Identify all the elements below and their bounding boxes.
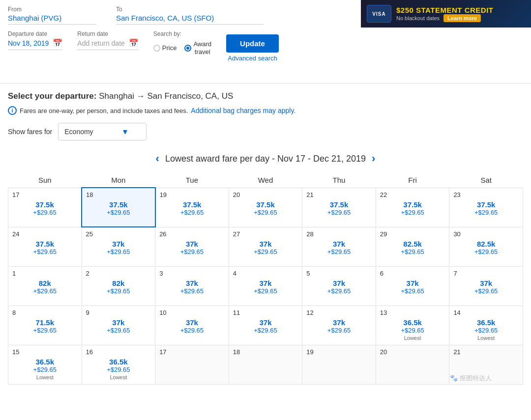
day-number: 14 [453, 309, 519, 316]
table-row[interactable]: 11 37k +$29.65 [229, 306, 302, 345]
lowest-label: Lowest [453, 335, 519, 341]
fare-points: 37k [233, 279, 298, 287]
fare-cash: +$29.65 [86, 287, 151, 295]
day-number: 21 [453, 348, 519, 356]
calendar-day-header: Wed [229, 173, 302, 188]
watermark-text: 🐾 抠图特达人 [450, 374, 492, 383]
day-number: 30 [453, 230, 519, 238]
table-row[interactable]: 9 37k +$29.65 [82, 306, 155, 345]
award-radio[interactable]: Award travel [184, 40, 211, 56]
departure-calendar-icon[interactable]: 📅 [53, 38, 62, 48]
day-number: 15 [12, 348, 78, 356]
fares-info-text: Fares are one-way, per person, and inclu… [20, 107, 188, 114]
table-row[interactable]: 13 36.5k +$29.65 Lowest [376, 306, 449, 345]
table-row[interactable]: 2 82k +$29.65 [82, 266, 155, 306]
fare-points: 36.5k [380, 318, 445, 327]
table-row[interactable]: 29 82.5k +$29.65 [376, 227, 449, 266]
fare-cash: +$29.65 [159, 327, 225, 334]
fares-for-label: Show fares for [8, 128, 52, 136]
table-row[interactable]: 12 37k +$29.65 [302, 306, 376, 345]
table-row[interactable]: 6 37k +$29.65 [376, 266, 449, 306]
fare-points: 37k [306, 318, 372, 327]
day-number: 16 [86, 348, 151, 356]
departure-input-row: Nov 18, 2019 📅 [8, 38, 62, 50]
table-row[interactable]: 8 71.5k +$29.65 [8, 306, 82, 345]
calendar-title-row: ‹ Lowest award fare per day - Nov 17 - D… [8, 152, 523, 165]
return-calendar-icon[interactable]: 📅 [129, 38, 139, 48]
table-row[interactable]: 14 36.5k +$29.65 Lowest [449, 306, 523, 345]
prev-arrow-icon[interactable]: ‹ [156, 152, 159, 165]
table-row[interactable]: 21 37.5k +$29.65 [302, 188, 376, 227]
fare-points: 36.5k [12, 358, 78, 366]
advanced-search-link[interactable]: Advanced search [228, 55, 277, 62]
bag-charges-link[interactable]: Additional bag charges may apply. [191, 107, 295, 114]
day-number: 28 [306, 230, 372, 238]
table-row[interactable]: 5 37k +$29.65 [302, 266, 376, 306]
day-number: 25 [86, 230, 151, 238]
fare-cash: +$29.65 [159, 248, 225, 255]
table-row[interactable]: 15 36.5k +$29.65 Lowest [8, 345, 82, 384]
table-row[interactable]: 19 37.5k +$29.65 [155, 188, 229, 227]
day-number: 5 [306, 270, 372, 277]
day-number: 10 [159, 309, 225, 316]
table-row[interactable]: 23 37.5k +$29.65 [449, 188, 523, 227]
departure-value[interactable]: Nov 18, 2019 [8, 39, 49, 47]
table-row[interactable]: 18 37.5k +$29.65 [82, 188, 155, 227]
to-value[interactable]: San Francisco, CA, US (SFO) [116, 14, 264, 25]
radio-group: Price Award travel [153, 40, 211, 56]
fare-cash: +$29.65 [380, 209, 445, 216]
table-row[interactable]: 26 37k +$29.65 [155, 227, 229, 266]
day-number: 27 [233, 230, 298, 238]
table-row: 20 [376, 345, 449, 384]
price-radio[interactable]: Price [153, 44, 177, 52]
day-number: 8 [12, 309, 78, 316]
fare-cash: +$29.65 [453, 287, 519, 295]
table-row[interactable]: 17 37.5k +$29.65 [8, 188, 82, 227]
table-row[interactable]: 30 82.5k +$29.65 [449, 227, 523, 266]
fare-points: 37k [233, 240, 298, 248]
fare-points: 37k [159, 318, 225, 327]
table-row[interactable]: 27 37k +$29.65 [229, 227, 302, 266]
fare-cash: +$29.65 [12, 209, 77, 216]
fares-for-select[interactable]: Economy ▾ [58, 123, 147, 140]
day-number: 7 [453, 270, 519, 277]
fare-points: 71.5k [12, 318, 78, 327]
table-row[interactable]: 24 37.5k +$29.65 [8, 227, 82, 266]
calendar-day-header: Fri [376, 173, 449, 188]
lowest-label: Lowest [380, 335, 445, 341]
update-button[interactable]: Update [226, 34, 279, 53]
return-placeholder[interactable]: Add return date [77, 39, 125, 47]
calendar-day-header: Sun [8, 173, 82, 188]
fare-points: 37.5k [380, 200, 445, 209]
day-number: 1 [12, 270, 78, 277]
table-row[interactable]: 1 82k +$29.65 [8, 266, 82, 306]
award-radio-btn[interactable] [184, 45, 191, 52]
fare-cash: +$29.65 [453, 209, 519, 216]
price-label: Price [162, 44, 177, 52]
table-row[interactable]: 4 37k +$29.65 [229, 266, 302, 306]
fare-cash: +$29.65 [233, 248, 298, 255]
table-row[interactable]: 22 37.5k +$29.65 [376, 188, 449, 227]
table-row[interactable]: 10 37k +$29.65 [155, 306, 229, 345]
table-row[interactable]: 16 36.5k +$29.65 Lowest [82, 345, 155, 384]
table-row[interactable]: 28 37k +$29.65 [302, 227, 376, 266]
from-value[interactable]: Shanghai (PVG) [8, 14, 96, 25]
fare-cash: +$29.65 [453, 248, 519, 255]
fare-points: 82k [12, 279, 78, 287]
table-row[interactable]: 7 37k +$29.65 [449, 266, 523, 306]
price-radio-btn[interactable] [153, 45, 160, 52]
day-number: 18 [233, 348, 298, 356]
fare-cash: +$29.65 [12, 248, 78, 255]
fare-cash: +$29.65 [12, 287, 78, 295]
fare-points: 37.5k [86, 200, 151, 209]
fare-points: 37.5k [160, 200, 225, 209]
day-number: 9 [86, 309, 151, 316]
fare-cash: +$29.65 [12, 327, 78, 334]
fare-cash: +$29.65 [86, 327, 151, 334]
info-icon: i [8, 106, 17, 115]
next-arrow-icon[interactable]: › [372, 152, 375, 165]
table-row[interactable]: 20 37.5k +$29.65 [229, 188, 302, 227]
fare-cash: +$29.65 [159, 287, 225, 295]
table-row[interactable]: 3 37k +$29.65 [155, 266, 229, 306]
table-row[interactable]: 25 37k +$29.65 [82, 227, 155, 266]
